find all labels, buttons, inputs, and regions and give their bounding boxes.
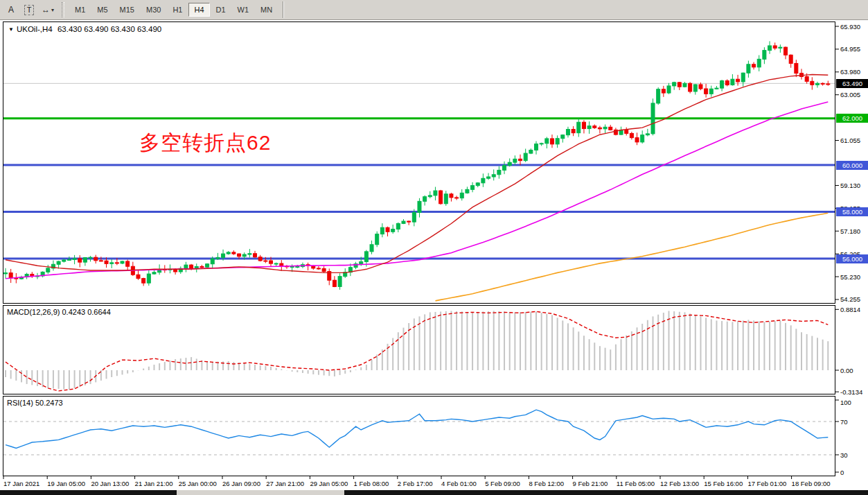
price-tick-label: 63.005 xyxy=(840,91,860,98)
collapse-triangle-icon[interactable]: ▼ xyxy=(8,26,14,33)
macd-label: MACD(12,26,9) 0.4243 0.6644 xyxy=(7,308,111,316)
tf-button-h4[interactable]: H4 xyxy=(188,3,209,17)
rsi-tick-label: 0 xyxy=(840,469,844,476)
macd-tick-label: 0.00 xyxy=(840,367,853,374)
date-label: 11 Feb 05:00 xyxy=(617,480,655,487)
tf-button-h1[interactable]: H1 xyxy=(167,3,188,17)
date-label: 5 Feb 09:00 xyxy=(485,480,520,487)
rsi-tick-label: 70 xyxy=(840,418,848,426)
tf-button-w1[interactable]: W1 xyxy=(232,3,255,17)
date-label: 12 Feb 13:00 xyxy=(660,480,699,487)
date-label: 19 Jan 05:00 xyxy=(47,480,85,487)
date-label: 9 Feb 21:00 xyxy=(573,480,608,487)
price-tick-label: 59.130 xyxy=(840,182,860,189)
date-label: 20 Jan 13:00 xyxy=(91,480,129,487)
chevron-down-icon: ▾ xyxy=(51,7,54,13)
chart-window: A T ↔ ▾ M1M5M15M30H1H4D1W1MN ▼UKOil-,H4 … xyxy=(0,0,868,495)
date-label: 15 Feb 16:00 xyxy=(704,480,743,487)
tf-button-m30[interactable]: M30 xyxy=(141,3,166,17)
toolbar: A T ↔ ▾ M1M5M15M30H1H4D1W1MN xyxy=(0,0,868,20)
arrows-tool-button[interactable]: ↔ ▾ xyxy=(39,2,57,17)
text-tool-button[interactable]: A xyxy=(3,2,19,17)
date-label: 27 Jan 21:00 xyxy=(266,480,304,487)
date-label: 17 Jan 2021 xyxy=(3,480,39,487)
tf-button-m15[interactable]: M15 xyxy=(114,3,140,17)
toolbar-separator xyxy=(283,1,284,18)
price-tick-label: 57.180 xyxy=(840,227,860,235)
price-badge-56.000: 56.000 xyxy=(836,254,868,263)
chart-title: ▼UKOil-,H4 63.430 63.490 63.430 63.490 xyxy=(8,25,161,33)
macd-tick-label: -0.3134 xyxy=(840,388,862,396)
tf-button-m5[interactable]: M5 xyxy=(91,3,113,17)
price-badge-63.490: 63.490 xyxy=(836,79,868,88)
rsi-label: RSI(14) 50.2473 xyxy=(7,399,63,407)
macd-tick-label: 0.8814 xyxy=(840,306,860,313)
toolbar-grip xyxy=(62,2,64,17)
macd-pane[interactable] xyxy=(3,305,835,394)
tf-button-m1[interactable]: M1 xyxy=(69,3,91,17)
price-badge-62.000: 62.000 xyxy=(836,114,868,123)
price-tick-label: 55.230 xyxy=(840,273,860,281)
price-tick-label: 61.055 xyxy=(840,137,860,144)
date-label: 21 Jan 21:00 xyxy=(135,480,173,487)
date-label: 26 Jan 09:00 xyxy=(222,480,260,487)
ohlc-values: 63.430 63.490 63.430 63.490 xyxy=(57,25,161,33)
price-tick-label: 64.955 xyxy=(840,45,860,53)
tf-button-d1[interactable]: D1 xyxy=(211,3,231,17)
date-label: 4 Feb 01:00 xyxy=(441,480,477,487)
date-label: 1 Feb 08:00 xyxy=(354,480,389,487)
scrollbar-thumb[interactable] xyxy=(177,490,344,495)
rsi-tick-label: 30 xyxy=(840,451,848,459)
timeframe-group: M1M5M15M30H1H4D1W1MN xyxy=(69,3,278,17)
rsi-tick-label: 100 xyxy=(840,399,851,406)
price-tick-label: 63.980 xyxy=(840,68,860,76)
date-label: 8 Feb 12:00 xyxy=(529,480,564,487)
text-tool-label: A xyxy=(8,5,14,15)
tf-button-mn[interactable]: MN xyxy=(255,3,278,17)
price-tick-label: 54.255 xyxy=(840,295,860,303)
price-chart-pane[interactable] xyxy=(3,21,835,304)
annotation-text[interactable]: 多空转折点62 xyxy=(139,129,271,157)
label-tool-button[interactable]: T xyxy=(21,2,37,17)
price-badge-58.000: 58.000 xyxy=(836,207,868,216)
horizontal-scrollbar xyxy=(0,490,868,495)
date-label: 18 Feb 09:00 xyxy=(792,480,831,487)
date-label: 17 Feb 01:00 xyxy=(747,480,786,487)
label-tool-icon: T xyxy=(24,5,35,15)
arrows-icon: ↔ xyxy=(42,5,50,15)
date-label: 2 Feb 17:00 xyxy=(398,480,433,487)
price-badge-60.000: 60.000 xyxy=(836,161,868,170)
symbol-period: UKOil-,H4 xyxy=(17,25,53,33)
price-tick-label: 65.930 xyxy=(840,23,860,31)
date-label: 25 Jan 00:00 xyxy=(179,480,217,487)
date-label: 29 Jan 05:00 xyxy=(310,480,348,487)
rsi-pane[interactable] xyxy=(3,396,835,476)
